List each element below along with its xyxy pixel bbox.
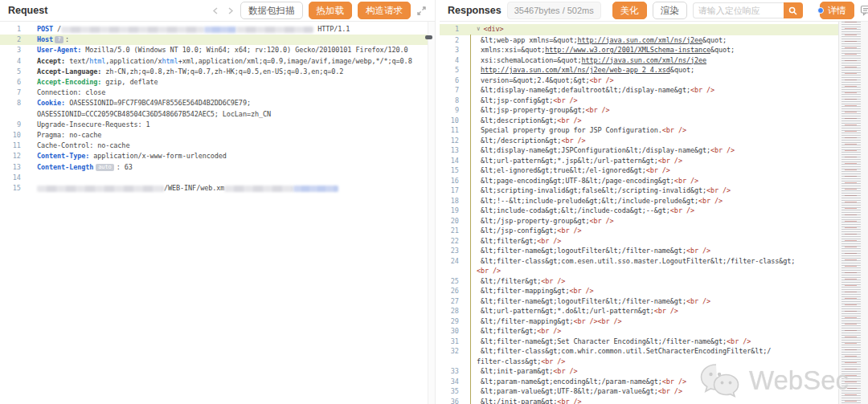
code-line-9[interactable]: 9Upgrade-Insecure-Requests: 1 <box>0 120 435 130</box>
redacted-blur <box>293 186 338 192</box>
code-line-22[interactable]: 22 &lt;filter&gt;<br /> <box>440 236 838 247</box>
line-number: 18 <box>440 196 465 206</box>
request-scrollbar-track[interactable] <box>428 22 435 404</box>
search-icon <box>788 6 797 15</box>
code-line-15[interactable]: 15/WEB-INF/web.xm <box>0 183 435 194</box>
code-line-17[interactable]: 17 &lt;scripting-invalid&gt;false&lt;/sc… <box>440 186 838 196</box>
code-line-21[interactable]: 21 &lt;/jsp-config&gt;<br /> <box>440 226 838 236</box>
code-line-6[interactable]: 6 version=&quot;2.4&quot;&gt;<br /> <box>440 75 838 86</box>
code-line-10[interactable]: 10 &lt;description&gt;<br /> <box>440 116 838 126</box>
line-number: 30 <box>440 326 465 337</box>
response-editor[interactable]: 1∨<div>2 &lt;web-app xmlns=&quot;http://… <box>440 22 838 404</box>
request-title: Request <box>8 5 47 16</box>
code-line-12[interactable]: 12Content-Type: application/x-www-form-u… <box>0 151 435 161</box>
line-number: 36 <box>440 397 465 404</box>
code-line-1[interactable]: 1POST / HTTP/1.1 <box>0 24 435 35</box>
code-line-32[interactable]: 32 &lt;filter-class&gt;com.whir.common.u… <box>440 346 838 366</box>
code-line-5[interactable]: 5Accept-Language: zh-CN,zh;q=0.8,zh-TW;q… <box>0 67 435 77</box>
beautify-button[interactable]: 美化 <box>612 2 647 19</box>
line-number: 17 <box>440 186 465 196</box>
code-line-3[interactable]: 3User-Agent: Mozilla/5.0 (Windows NT 10.… <box>0 45 435 55</box>
request-panel: Request 数据包扫描 热加载 构造请求 1POST / HTTP/1.12… <box>0 0 436 404</box>
request-editor[interactable]: 1POST / HTTP/1.12Host?: 3User-Agent: Moz… <box>0 22 435 404</box>
response-editor-wrap: 1∨<div>2 &lt;web-app xmlns=&quot;http://… <box>440 22 868 404</box>
line-number: 6 <box>440 75 465 86</box>
code-line-23[interactable]: 23 &lt;filter-name&gt;logoutFilter&lt;/f… <box>440 246 838 256</box>
line-number: 7 <box>0 88 27 98</box>
line-number: 4 <box>440 55 465 66</box>
request-scrollbar-thumb[interactable] <box>425 35 432 39</box>
code-line-3[interactable]: 3 xmlns:xsi=&quot;http://www.w3.org/2001… <box>440 45 838 55</box>
code-line-15[interactable]: 15 &lt;el-ignored&gt;true&lt;/el-ignored… <box>440 165 838 176</box>
build-request-button[interactable]: 构造请求 <box>358 2 411 19</box>
line-number: 13 <box>0 162 27 173</box>
code-line-13[interactable]: 13Content-Lengthauto: 63 <box>0 162 435 173</box>
code-line-10[interactable]: 10Pragma: no-cache <box>0 130 435 141</box>
code-line-4[interactable]: 4Accept: text/html,application/xhtml+xml… <box>0 56 435 67</box>
request-header: Request 数据包扫描 热加载 构造请求 <box>0 0 435 22</box>
code-line-7[interactable]: 7Connection: close <box>0 88 435 98</box>
line-number: 1 <box>0 24 27 35</box>
code-line-14[interactable]: 14 <box>0 173 435 183</box>
line-number: 15 <box>440 165 465 176</box>
code-line-14[interactable]: 14 &lt;url-pattern&gt;*.jsp&lt;/url-patt… <box>440 156 838 166</box>
line-number: 9 <box>440 105 465 116</box>
hot-reload-button[interactable]: 热加载 <box>309 2 353 19</box>
packet-scan-button[interactable]: 数据包扫描 <box>240 2 303 19</box>
line-number: 26 <box>440 286 465 296</box>
code-line-26[interactable]: 26 &lt;filter-mapping&gt;<br /> <box>440 286 838 296</box>
block-indent-guide <box>470 35 471 404</box>
code-line-1[interactable]: 1∨<div> <box>440 24 838 35</box>
expand-request-icon[interactable] <box>416 6 427 16</box>
code-line-27[interactable]: 27 &lt;filter-name&gt;logoutFilter&lt;/f… <box>440 296 838 307</box>
code-line-13[interactable]: 13 &lt;display-name&gt;JSPConfiguration&… <box>440 145 838 156</box>
code-line-2[interactable]: 2Host?: <box>0 35 435 45</box>
line-number: 33 <box>440 366 465 377</box>
code-line-34[interactable]: 34 &lt;param-name&gt;encoding&lt;/param-… <box>440 377 838 387</box>
code-line-5[interactable]: 5 http://java.sun.com/xml/ns/j2ee/web-ap… <box>440 65 838 75</box>
code-line-6[interactable]: 6Accept-Encoding: gzip, deflate <box>0 77 435 88</box>
line-number: 14 <box>0 173 27 183</box>
search-button[interactable] <box>784 2 803 18</box>
code-line-8[interactable]: 8Cookie: OASESSIONID=9FC7F9BC49AF8556E56… <box>0 98 435 119</box>
code-line-35[interactable]: 35 &lt;param-value&gt;UTF-8&lt;/param-va… <box>440 386 838 397</box>
line-number: 34 <box>440 377 465 387</box>
code-line-25[interactable]: 25 &lt;/filter&gt;<br /> <box>440 276 838 287</box>
fold-arrow-icon[interactable]: ∨ <box>477 24 480 35</box>
line-number: 5 <box>440 65 465 75</box>
history-back-icon[interactable] <box>211 6 220 15</box>
code-line-2[interactable]: 2 &lt;web-app xmlns=&quot;http://java.su… <box>440 35 838 46</box>
redacted-blur <box>236 27 313 33</box>
code-line-7[interactable]: 7 &lt;display-name&gt;defaultroot&lt;/di… <box>440 85 838 96</box>
redacted-blur <box>61 27 204 33</box>
line-number: 28 <box>440 306 465 316</box>
code-line-8[interactable]: 8 &lt;jsp-config&gt;<br /> <box>440 96 838 106</box>
code-line-36[interactable]: 36 &lt;/init-param&gt;<br /> <box>440 397 838 404</box>
code-line-18[interactable]: 18 &lt;!--&lt;include-prelude&gt;&lt;/in… <box>440 196 838 206</box>
code-line-11[interactable]: 11 Special property group for JSP Config… <box>440 125 838 136</box>
line-number: 2 <box>440 35 465 46</box>
code-line-16[interactable]: 16 &lt;page-encoding&gt;UTF-8&lt;/page-e… <box>440 176 838 186</box>
code-line-31[interactable]: 31 &lt;filter-name&gt;Set Character Enco… <box>440 337 838 347</box>
code-line-12[interactable]: 12 &lt;/description&gt;<br /> <box>440 136 838 146</box>
render-button[interactable]: 渲染 <box>653 2 687 19</box>
code-line-29[interactable]: 29 &lt;/filter-mapping&gt;<br /><br /> <box>440 316 838 327</box>
code-line-28[interactable]: 28 &lt;url-pattern&gt;*.do&lt;/url-patte… <box>440 306 838 316</box>
code-line-19[interactable]: 19 &lt;include-coda&gt;&lt;/include-coda… <box>440 206 838 216</box>
code-line-20[interactable]: 20 &lt;/jsp-property-group&gt;<br /> <box>440 216 838 226</box>
code-line-11[interactable]: 11Cache-Control: no-cache <box>0 141 435 151</box>
response-search-input[interactable] <box>693 2 784 18</box>
code-line-30[interactable]: 30 &lt;filter&gt;<br /> <box>440 326 838 337</box>
line-number: 7 <box>440 85 465 96</box>
code-line-33[interactable]: 33 &lt;init-param&gt;<br /> <box>440 366 838 377</box>
minimap[interactable] <box>838 22 868 404</box>
comment-icon[interactable] <box>860 5 868 16</box>
response-stats-badge: 35467bytes / 502ms <box>507 2 601 19</box>
code-line-9[interactable]: 9 &lt;jsp-property-group&gt;<br /> <box>440 105 838 116</box>
redacted-blur <box>204 27 236 33</box>
details-button[interactable]: 详情 <box>820 2 854 19</box>
history-forward-icon[interactable] <box>226 6 235 15</box>
code-line-24[interactable]: 24 &lt;filter-class&gt;com.esen.util.sso… <box>440 256 838 276</box>
code-line-4[interactable]: 4 xsi:schemaLocation=&quot;http://java.s… <box>440 55 838 66</box>
line-number: 20 <box>440 216 465 226</box>
